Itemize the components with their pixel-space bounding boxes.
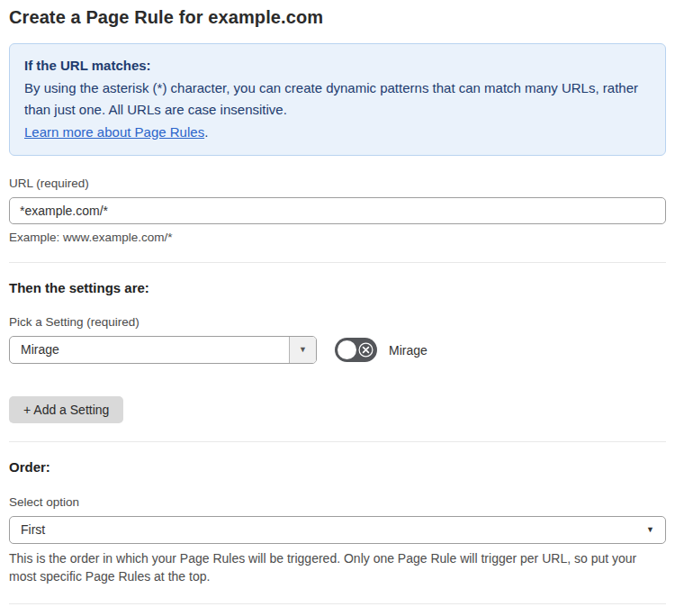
order-helper-text: This is the order in which your Page Rul… — [9, 549, 666, 585]
url-match-info-box: If the URL matches: By using the asteris… — [9, 43, 666, 156]
setting-row: Mirage ▼ Mirage — [9, 336, 666, 364]
setting-select-value: Mirage — [10, 337, 289, 363]
page-title: Create a Page Rule for example.com — [9, 7, 666, 28]
order-select-value: First — [10, 517, 665, 543]
info-box-body: By using the asterisk (*) character, you… — [24, 77, 651, 122]
divider — [9, 262, 666, 263]
url-field-label: URL (required) — [9, 177, 666, 190]
toggle-off-x-icon — [358, 342, 374, 361]
link-suffix: . — [204, 124, 208, 140]
chevron-down-icon: ▼ — [299, 346, 307, 354]
setting-select-caret-button[interactable]: ▼ — [289, 337, 316, 363]
divider — [9, 441, 666, 442]
order-select[interactable]: First ▼ — [9, 516, 666, 544]
chevron-down-icon: ▼ — [646, 526, 654, 534]
pick-setting-label: Pick a Setting (required) — [9, 315, 666, 329]
settings-section-heading: Then the settings are: — [9, 280, 666, 295]
divider — [9, 603, 666, 604]
learn-more-link[interactable]: Learn more about Page Rules — [24, 124, 204, 140]
toggle-setting-label: Mirage — [389, 343, 428, 358]
create-page-rule-panel: Create a Page Rule for example.com If th… — [0, 0, 675, 616]
mirage-toggle[interactable] — [335, 338, 377, 362]
url-input[interactable] — [9, 197, 666, 224]
url-example-helper: Example: www.example.com/* — [9, 231, 666, 244]
setting-select[interactable]: Mirage ▼ — [9, 336, 317, 364]
info-box-heading: If the URL matches: — [24, 55, 651, 77]
add-setting-button[interactable]: + Add a Setting — [9, 396, 123, 423]
toggle-knob — [338, 340, 356, 359]
order-section-heading: Order: — [9, 459, 666, 475]
info-box-link-line: Learn more about Page Rules. — [24, 122, 651, 144]
order-select-label: Select option — [9, 495, 666, 509]
